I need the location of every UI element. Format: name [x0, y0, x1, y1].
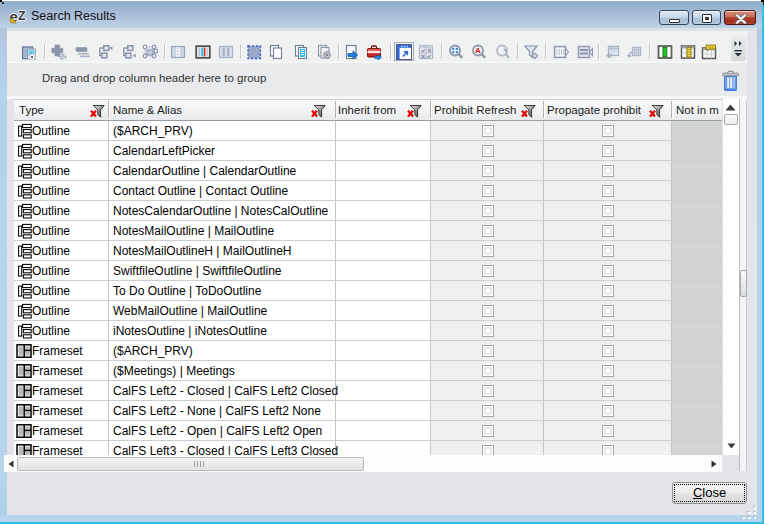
- svg-text:A: A: [475, 46, 481, 55]
- svg-text:Z: Z: [18, 9, 26, 23]
